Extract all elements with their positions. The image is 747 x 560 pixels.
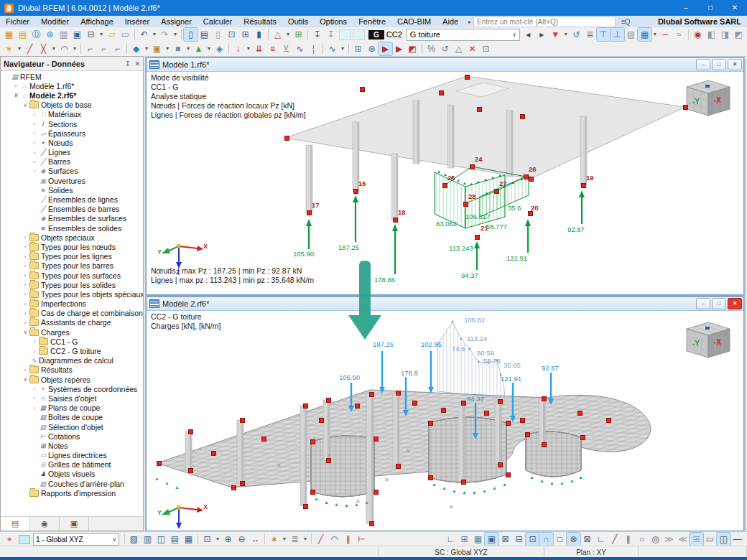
work-plane-icon[interactable]: ∟ bbox=[444, 533, 458, 546]
tree-item-mod-le-2-rf6-[interactable]: ∨⌂Modèle 2.rf6* bbox=[1, 90, 143, 100]
filter-menu-icon[interactable]: ▾ bbox=[562, 28, 570, 41]
tree-item-barres[interactable]: ›╱Barres bbox=[1, 157, 143, 167]
maximize-button[interactable]: □ bbox=[698, 0, 723, 16]
redo-menu-icon[interactable]: ▾ bbox=[172, 28, 179, 41]
menu-calculer[interactable]: Calculer bbox=[198, 16, 238, 27]
zoom-menu-icon[interactable]: ▾ bbox=[214, 533, 221, 546]
find-object-icon[interactable]: ◉ bbox=[691, 28, 705, 41]
solid-menu-icon[interactable]: ▾ bbox=[185, 42, 192, 55]
loadcase-prev-icon[interactable]: ◂ bbox=[521, 28, 535, 41]
menu-assigner[interactable]: Assigner bbox=[155, 16, 198, 27]
display-menu-icon[interactable]: ▾ bbox=[651, 28, 659, 41]
new-surface-icon[interactable]: ◆ bbox=[129, 42, 143, 55]
win2-close-button[interactable]: ✕ bbox=[728, 298, 742, 309]
new-node-icon[interactable]: ∗ bbox=[2, 42, 16, 55]
tree-item-assistants-de-charge[interactable]: ›Assistants de charge bbox=[1, 318, 143, 327]
panel-toggle-icon[interactable]: ◫ bbox=[717, 533, 730, 546]
tree-item-rfem[interactable]: ▤RFEM bbox=[1, 72, 143, 81]
tree-item-s-lection-d-objet[interactable]: ▤Sélection d'objet bbox=[1, 422, 143, 431]
tree-item-r-sultats[interactable]: ›Résultats bbox=[1, 365, 143, 375]
print-menu-icon[interactable]: ▾ bbox=[98, 28, 105, 41]
rotate-view-icon[interactable]: ↺ bbox=[438, 42, 452, 55]
new-opening-icon[interactable]: ▣ bbox=[150, 42, 164, 55]
monitor-icon[interactable]: ▮ bbox=[252, 28, 266, 41]
visibility-menu-icon[interactable]: ▾ bbox=[284, 28, 292, 41]
filter-loads-icon[interactable]: ▼ bbox=[549, 28, 562, 41]
circle-snap-icon[interactable]: ○ bbox=[635, 533, 649, 546]
parallel-snap-icon[interactable]: ∥ bbox=[621, 533, 635, 546]
tree-item-diagrammes-de-calcul[interactable]: ∿Diagrammes de calcul bbox=[1, 356, 143, 365]
pin-icon[interactable]: ↧ bbox=[125, 60, 131, 67]
grid-points-icon[interactable]: ⊡ bbox=[526, 533, 539, 546]
arc-menu-icon[interactable]: ▾ bbox=[71, 42, 78, 55]
new-member-set-icon[interactable]: ⌐ bbox=[97, 42, 111, 55]
model-view-1[interactable]: Mode de visibilitéCC1 - GAnalyse statiqu… bbox=[147, 72, 743, 294]
win2-minimize-button[interactable]: – bbox=[696, 298, 710, 309]
tree-item-surfaces[interactable]: ›◆Surfaces bbox=[1, 167, 143, 176]
center-snap-icon[interactable]: ◎ bbox=[649, 533, 662, 546]
snap-node-icon[interactable]: ∗ bbox=[267, 533, 281, 546]
tree-item-rapports-d-impression[interactable]: Rapports d'impression bbox=[1, 488, 143, 498]
show-loads-off-icon[interactable]: ↧ bbox=[324, 28, 338, 41]
menu-fen-tre[interactable]: Fenêtre bbox=[353, 16, 391, 27]
calc-menu-icon[interactable]: ▾ bbox=[339, 42, 346, 55]
win1-close-button[interactable]: ✕ bbox=[728, 59, 742, 70]
guideline-toggle-icon[interactable]: ⊠ bbox=[498, 533, 512, 546]
snap-1-icon[interactable]: ≫ bbox=[662, 533, 676, 546]
show-results-icon[interactable]: ◩ bbox=[406, 42, 419, 55]
snap-menu-icon[interactable]: ▾ bbox=[281, 533, 288, 546]
undo-icon[interactable]: ↶ bbox=[137, 28, 151, 41]
new-item-icon[interactable]: ▱ bbox=[105, 28, 119, 41]
tree-item-mod-le-1-rf6-[interactable]: ›⌂Modèle 1.rf6* bbox=[1, 81, 143, 90]
search-icon[interactable]: ≡Q bbox=[621, 18, 630, 26]
calc-diagrams-icon[interactable]: ∿ bbox=[325, 42, 339, 55]
pan-icon[interactable]: ↔ bbox=[249, 533, 262, 546]
undo-menu-icon[interactable]: ▾ bbox=[151, 28, 158, 41]
delete-icon[interactable]: ✕ bbox=[465, 42, 479, 55]
opening-menu-icon[interactable]: ▾ bbox=[164, 42, 171, 55]
panel-side-icon[interactable]: ▯ bbox=[211, 28, 225, 41]
open-model-icon[interactable]: ▤ bbox=[16, 28, 29, 41]
surface-menu-icon[interactable]: ▾ bbox=[143, 42, 150, 55]
collapse-icon[interactable]: — bbox=[730, 533, 744, 546]
view-top-icon[interactable]: ▤ bbox=[168, 533, 182, 546]
tree-item-grilles-de-b-timent[interactable]: ⊞Grilles de bâtiment bbox=[1, 460, 143, 470]
tree-item-couches-d-arri-re-plan[interactable]: ▨Couches d'arrière-plan bbox=[1, 479, 143, 488]
box-select-icon[interactable]: □ bbox=[553, 533, 567, 546]
mesh-generate-icon[interactable]: ⊞ bbox=[351, 42, 365, 55]
show-load-values-icon[interactable]: ⊤ bbox=[597, 28, 611, 41]
tree-item-ensembles-de-solides[interactable]: ■Ensembles de solides bbox=[1, 223, 143, 233]
frame-toggle-icon[interactable]: ▭ bbox=[703, 533, 717, 546]
search-expand-icon[interactable]: ▸ bbox=[468, 19, 471, 25]
tree-item--paisseurs[interactable]: ›▱Épaisseurs bbox=[1, 129, 143, 138]
zoom-in-icon[interactable]: ⊕ bbox=[221, 533, 235, 546]
numbering-toggle-icon[interactable]: ≣ bbox=[288, 533, 302, 546]
dim-tool-icon[interactable]: ⊢ bbox=[355, 533, 368, 546]
tree-item-sections[interactable]: ›ISections bbox=[1, 119, 143, 129]
imperfection-icon[interactable]: ¦ bbox=[307, 42, 320, 55]
calculate-all-icon[interactable]: ▶ bbox=[392, 42, 406, 55]
menu-r-sultats[interactable]: Résultats bbox=[238, 16, 282, 27]
view-side-icon[interactable]: ◫ bbox=[154, 533, 168, 546]
panel-tables-icon[interactable]: ▤ bbox=[198, 28, 211, 41]
show-loads-on-icon[interactable]: ↧ bbox=[310, 28, 324, 41]
percent-results-icon[interactable]: % bbox=[424, 42, 438, 55]
tree-item-lignes-directrices[interactable]: ▭Lignes directrices bbox=[1, 451, 143, 460]
options-box-icon[interactable]: ⊡ bbox=[479, 42, 493, 55]
guides-menu-icon[interactable]: ▾ bbox=[302, 533, 309, 546]
selection-pointer-icon[interactable]: ⌖ bbox=[3, 533, 17, 546]
tree-item-objets-rep-res[interactable]: ∨Objets repères bbox=[1, 375, 143, 384]
view-isometric-icon[interactable]: ▧ bbox=[127, 533, 141, 546]
win1-minimize-button[interactable]: – bbox=[696, 59, 710, 70]
tree-item-objets-visuels[interactable]: ♟Objets visuels bbox=[1, 470, 143, 479]
zoom-window-icon[interactable]: ⊡ bbox=[200, 533, 214, 546]
menu-affichage[interactable]: Affichage bbox=[75, 16, 119, 27]
tree-item-types-pour-les-barres[interactable]: ›Types pour les barres bbox=[1, 261, 143, 271]
tree-item-cotations[interactable]: ⊢Cotations bbox=[1, 431, 143, 441]
model-view-2[interactable]: CC2 - G toitureCharges [kN], [kN/m]187.2… bbox=[147, 311, 743, 530]
line-tool-icon[interactable]: ╱ bbox=[314, 533, 328, 546]
save-icon[interactable]: ▣ bbox=[70, 28, 84, 41]
tab-data[interactable]: ▤ bbox=[1, 517, 30, 531]
support-menu-icon[interactable]: ▾ bbox=[205, 42, 213, 55]
load-display-swatch-1[interactable] bbox=[339, 29, 351, 40]
